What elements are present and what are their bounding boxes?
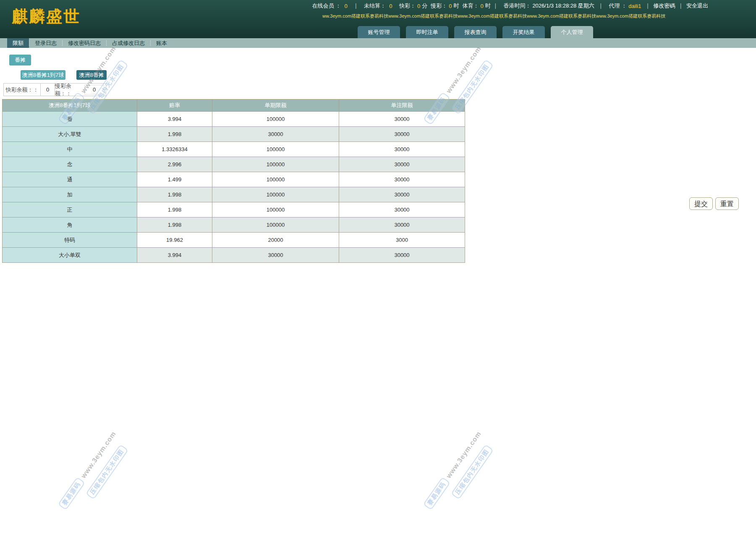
game-tab-fantan-1to7[interactable]: 澳洲8番摊1到7球	[21, 70, 65, 80]
subnav-item-share-log[interactable]: 占成修改日志	[107, 38, 150, 48]
watermark: 赛易源码 www.3eym.com 压缩包内无水印图	[420, 425, 493, 515]
table-row: 番3.99410000030000	[3, 112, 465, 127]
tab-live-bets[interactable]: 即时注单	[406, 26, 448, 38]
balance-row: 快彩余额：： 0 慢彩余额：： 0	[3, 83, 106, 96]
header: 麒麟盛世 在线会员 ：0｜未结算：0快彩：0分慢彩：0时体育：0时｜香港时间：2…	[0, 0, 756, 38]
table-row: 大小,單雙1.9983000030000	[3, 127, 465, 142]
watermark-badge-line: 压缩包内无水印图	[449, 442, 495, 503]
logout-link[interactable]: 安全退出	[686, 3, 708, 9]
unsettled-label: 未结算：	[364, 3, 386, 9]
bet-name-cell: 正	[3, 202, 137, 217]
subnav-item-login-log[interactable]: 登录日志	[29, 38, 62, 48]
table-row: 中1.332633410000030000	[3, 142, 465, 157]
period-limit-cell: 100000	[212, 217, 339, 233]
bet-limit-cell: 30000	[339, 217, 465, 233]
table-row: 角1.99810000030000	[3, 217, 465, 233]
watermark-badge-secondary: 压缩包内无水印图	[86, 444, 128, 500]
odds-cell: 3.994	[137, 112, 212, 127]
reset-button[interactable]: 重置	[715, 197, 739, 210]
period-limit-cell: 100000	[212, 142, 339, 157]
online-members-value: 0	[341, 3, 351, 9]
watermark: 赛易源码 www.3eym.com 压缩包内无水印图	[55, 425, 128, 515]
submit-button[interactable]: 提交	[689, 197, 713, 210]
slow-lottery-unit: 时	[453, 3, 459, 9]
bet-name-cell: 大小,單雙	[3, 127, 137, 142]
period-limit-cell: 100000	[212, 202, 339, 217]
subnav-item-limits[interactable]: 限額	[7, 38, 29, 48]
bet-limit-cell: 30000	[339, 112, 465, 127]
subnav-item-ledger[interactable]: 账本	[151, 38, 173, 48]
sports-value: 0	[480, 3, 483, 9]
online-members-label: 在线会员 ：	[312, 3, 341, 9]
tab-account-management[interactable]: 账号管理	[358, 26, 400, 38]
bet-name-cell: 中	[3, 142, 137, 157]
tab-report-query[interactable]: 报表查询	[454, 26, 497, 38]
slow-balance-label: 慢彩余额：：	[55, 84, 83, 96]
agent-label: 代理 ：	[609, 3, 627, 9]
odds-cell: 1.998	[137, 217, 212, 233]
bet-limit-cell: 30000	[339, 142, 465, 157]
top-info-bar: 在线会员 ：0｜未结算：0快彩：0分慢彩：0时体育：0时｜香港时间：2026/1…	[309, 2, 709, 10]
fast-balance-label: 快彩余额：：	[4, 84, 41, 96]
header-row: 澳洲8番摊1到7球 赔率 单期限额 单注限额	[3, 100, 465, 112]
odds-cell: 2.996	[137, 157, 212, 172]
bet-name-cell: 大小单双	[3, 248, 137, 263]
bet-limit-cell: 3000	[339, 233, 465, 248]
table-row: 加1.99810000030000	[3, 187, 465, 202]
watermark-badge-primary: 赛易源码	[423, 477, 451, 510]
bet-name-cell: 通	[3, 172, 137, 187]
brand-logo: 麒麟盛世	[12, 6, 81, 27]
tab-draw-results[interactable]: 开奖结果	[502, 26, 545, 38]
bet-limit-cell: 30000	[339, 127, 465, 142]
hk-time-value: 2026/1/3 18:28:28 星期六	[532, 3, 594, 9]
watermark-badge-primary: 赛易源码	[58, 477, 86, 510]
subnav-item-password-log[interactable]: 修改密码日志	[63, 38, 106, 48]
bet-limit-cell: 30000	[339, 187, 465, 202]
bet-name-cell: 念	[3, 157, 137, 172]
odds-header: 赔率	[137, 100, 212, 112]
watermark-badge-line: 压缩包内无水印图	[84, 442, 130, 503]
slow-lottery-label: 慢彩：	[431, 3, 447, 9]
tab-personal-management[interactable]: 个人管理	[551, 26, 593, 38]
bet-limit-cell: 30000	[339, 202, 465, 217]
separator: ｜	[353, 3, 358, 9]
limits-table-header: 澳洲8番摊1到7球 赔率 单期限额 单注限额	[3, 100, 465, 112]
table-row: 特码19.962200003000	[3, 233, 465, 248]
period-limit-cell: 30000	[212, 127, 339, 142]
unsettled-value: 0	[386, 3, 396, 9]
watermark-site-line: 赛易源码 www.3eym.com	[54, 424, 122, 516]
agent-value: daili1	[628, 3, 641, 9]
odds-cell: 1.3326334	[137, 142, 212, 157]
separator: ｜	[678, 3, 683, 9]
table-row: 念2.99610000030000	[3, 157, 465, 172]
separator: ｜	[493, 3, 498, 9]
period-limit-cell: 20000	[212, 233, 339, 248]
change-password-link[interactable]: 修改密碼	[653, 3, 675, 9]
sports-label: 体育：	[462, 3, 479, 9]
sub-nav: 限額 登录日志 修改密码日志 占成修改日志 账本	[0, 38, 756, 48]
separator: ｜	[598, 3, 604, 9]
bet-limit-cell: 30000	[339, 172, 465, 187]
odds-cell: 1.998	[137, 127, 212, 142]
limits-table: 澳洲8番摊1到7球 赔率 单期限额 单注限额 番3.99410000030000…	[2, 99, 465, 263]
hk-time-label: 香港时间：	[503, 3, 531, 9]
fast-lottery-label: 快彩：	[399, 3, 416, 9]
fast-lottery-unit: 分	[422, 3, 427, 9]
main-nav: 账号管理 即时注单 报表查询 开奖结果 个人管理	[358, 26, 593, 38]
slow-lottery-value: 0	[449, 3, 452, 9]
bet-limit-cell: 30000	[339, 157, 465, 172]
odds-cell: 1.998	[137, 187, 212, 202]
watermark-site-line: 赛易源码 www.3eym.com	[419, 424, 487, 516]
game-tab-fantan-active[interactable]: 澳洲8番摊	[76, 70, 107, 80]
bet-name-cell: 角	[3, 217, 137, 233]
page: 麒麟盛世 在线会员 ：0｜未结算：0快彩：0分慢彩：0时体育：0时｜香港时间：2…	[0, 0, 756, 537]
fantan-game-button[interactable]: 番摊	[9, 55, 31, 65]
odds-cell: 1.998	[137, 202, 212, 217]
period-limit-cell: 100000	[212, 112, 339, 127]
period-limit-cell: 100000	[212, 157, 339, 172]
odds-cell: 3.994	[137, 248, 212, 263]
table-row: 正1.99810000030000	[3, 202, 465, 217]
sports-unit: 时	[485, 3, 491, 9]
marquee-text: ww.3eym.com搭建联系赛易科技www.3eym.com搭建联系赛易科技w…	[322, 13, 715, 19]
table-row: 大小单双3.9943000030000	[3, 248, 465, 263]
